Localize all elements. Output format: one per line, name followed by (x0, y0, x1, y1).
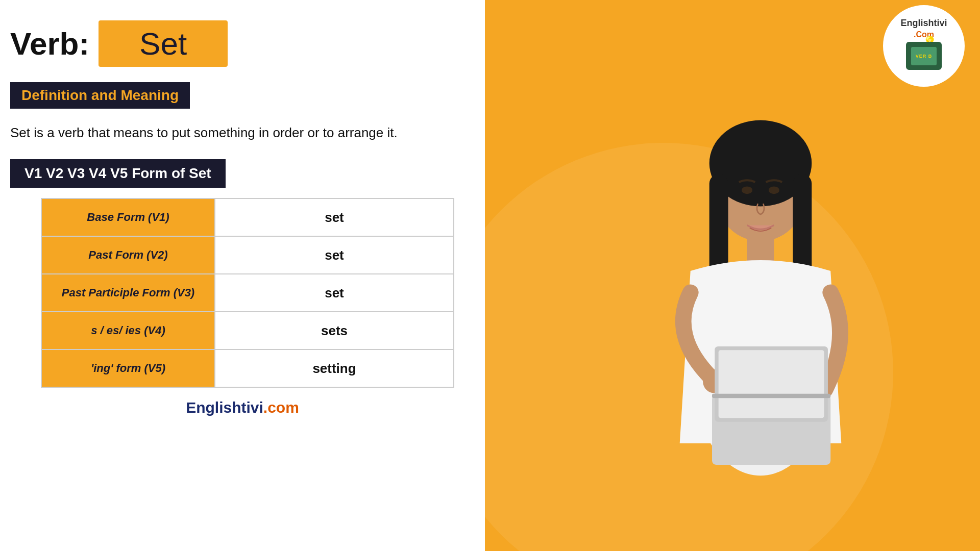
verb-word: Set (139, 26, 187, 61)
logo-tv: VER B (906, 42, 942, 70)
logo-circle: Englishtivi .Com 💡 VER B (883, 5, 965, 87)
footer-brand: Englishtivi.com (10, 399, 475, 416)
form-value: set (215, 236, 454, 274)
verb-label: Verb: (10, 26, 89, 62)
form-value: sets (215, 312, 454, 349)
form-label: Past Participle Form (V3) (41, 274, 215, 312)
form-label: 'ing' form (V5) (41, 349, 215, 387)
svg-point-12 (769, 186, 779, 194)
verb-forms-table: Base Form (V1) set Past Form (V2) set Pa… (41, 198, 454, 388)
person-svg (620, 66, 901, 551)
tv-text: VER B (916, 54, 933, 59)
table-row: 'ing' form (V5) setting (41, 349, 454, 387)
form-value: setting (215, 349, 454, 387)
right-panel: Englishtivi .Com 💡 VER B (485, 0, 980, 551)
verb-word-box: Set (99, 20, 228, 67)
form-value: set (215, 274, 454, 312)
definition-text: Set is a verb that means to put somethin… (10, 123, 475, 143)
logo-bulb-area: 💡 VER B (906, 40, 942, 72)
footer-brand-blue: Englishtivi (186, 399, 263, 416)
form-label: Base Form (V1) (41, 198, 215, 236)
logo-tv-screen: VER B (911, 47, 937, 65)
footer-brand-orange: .com (263, 399, 299, 416)
form-label: Past Form (V2) (41, 236, 215, 274)
table-row: Base Form (V1) set (41, 198, 454, 236)
main-content: Verb: Set Definition and Meaning Set is … (0, 0, 485, 551)
svg-rect-10 (712, 394, 830, 398)
forms-heading: V1 V2 V3 V4 V5 Form of Set (10, 159, 226, 188)
table-row: Past Participle Form (V3) set (41, 274, 454, 312)
svg-rect-9 (719, 350, 824, 418)
logo-englishtivi: Englishtivi (900, 18, 947, 28)
svg-point-11 (742, 186, 752, 194)
table-row: Past Form (V2) set (41, 236, 454, 274)
verb-title: Verb: Set (10, 20, 475, 67)
form-value: set (215, 198, 454, 236)
table-row: s / es/ ies (V4) sets (41, 312, 454, 349)
form-label: s / es/ ies (V4) (41, 312, 215, 349)
definition-heading: Definition and Meaning (10, 82, 190, 109)
